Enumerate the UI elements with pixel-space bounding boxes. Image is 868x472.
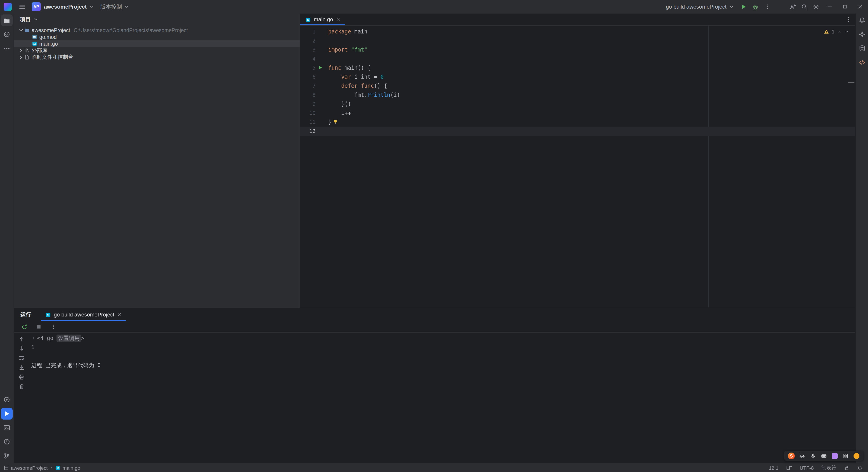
main-menu-button[interactable] (16, 1, 28, 13)
line-number[interactable]: 12 (300, 127, 315, 136)
folded-region[interactable]: 设置调用 (57, 335, 81, 342)
code-line-7[interactable]: 7 defer func() { (300, 82, 855, 90)
debug-button[interactable] (749, 1, 761, 13)
console-rerun-icon[interactable] (20, 322, 29, 331)
project-panel-header[interactable]: 项目 (14, 13, 300, 25)
code-line-8[interactable]: 8 fmt.Println(i) (300, 90, 855, 99)
line-number[interactable]: 5 (300, 63, 315, 72)
line-number[interactable]: 7 (300, 82, 315, 90)
line-number[interactable]: 8 (300, 90, 315, 99)
code-line-10[interactable]: 10 i++ (300, 108, 855, 118)
toolbox-grid-icon[interactable] (841, 451, 850, 460)
line-number[interactable]: 11 (300, 118, 315, 127)
next-problem-icon[interactable] (844, 29, 849, 34)
tool-button-endpoints-icon[interactable] (856, 57, 868, 68)
tool-button-commit-icon[interactable] (1, 29, 13, 40)
code-line-12[interactable]: 12 (300, 127, 855, 136)
console-more-vertical-icon[interactable] (49, 322, 58, 331)
line-number[interactable]: 4 (300, 54, 315, 63)
console-softwrap-icon[interactable] (17, 354, 26, 362)
code-line-6[interactable]: 6 var i int = 0 (300, 72, 855, 82)
tree-item[interactable]: go.mod (14, 33, 300, 40)
window-minimize-button[interactable] (822, 0, 837, 13)
line-number[interactable]: 6 (300, 72, 315, 82)
tab-close-icon[interactable] (336, 17, 340, 22)
indent-widget[interactable]: 制表符 (822, 464, 836, 471)
tool-button-database-icon[interactable] (856, 42, 868, 54)
run-console[interactable]: <4 go 设置调用>1进程 已完成，退出代码为 0 (29, 333, 855, 463)
mic-icon[interactable] (808, 451, 818, 460)
console-up-icon[interactable] (17, 336, 26, 343)
tool-button-problems-icon[interactable] (1, 436, 13, 448)
editor-body[interactable]: 1 1package main23import "fmt"45func main… (300, 26, 855, 308)
project-widget[interactable]: AP awesomeProject (32, 2, 94, 11)
code-line-4[interactable]: 4 (300, 54, 855, 63)
tree-item[interactable]: awesomeProjectC:\Users\meowr\GolandProje… (14, 27, 300, 33)
code-line-2[interactable]: 2 (300, 36, 855, 45)
code-with-me-button[interactable] (786, 1, 798, 13)
code-line-5[interactable]: 5func main() { (300, 63, 855, 72)
lock-icon[interactable] (844, 465, 849, 470)
tool-button-more-horizontal-icon[interactable] (1, 42, 13, 54)
chevron-right-icon[interactable] (18, 55, 24, 60)
settings-button[interactable] (810, 1, 822, 13)
sogou-logo[interactable]: S (786, 451, 796, 460)
tab-close-icon[interactable] (117, 312, 122, 317)
console-print-icon[interactable] (17, 373, 26, 381)
code-line-9[interactable]: 9 }() (300, 99, 855, 108)
search-everywhere-button[interactable] (798, 1, 810, 13)
line-number[interactable]: 10 (300, 108, 315, 118)
fold-chevron-icon[interactable] (31, 336, 36, 340)
code-line-1[interactable]: 1package main (300, 27, 855, 36)
run-tab[interactable]: go build awesomeProject (41, 308, 126, 321)
console-stop-icon[interactable] (34, 322, 43, 331)
caret-position-widget[interactable]: 12:1 (769, 465, 778, 470)
run-config-widget[interactable]: go build awesomeProject (666, 4, 734, 10)
tool-button-project-folder-icon[interactable] (1, 14, 13, 26)
code-line-3[interactable]: 3import "fmt" (300, 45, 855, 54)
tool-button-services-icon[interactable] (1, 394, 13, 406)
line-number[interactable]: 9 (300, 99, 315, 108)
tree-item[interactable]: 临时文件和控制台 (14, 54, 300, 61)
chevron-down-icon (729, 4, 734, 9)
tree-item[interactable]: 外部库 (14, 47, 300, 54)
console-clear-icon[interactable] (17, 383, 26, 390)
hamburger-icon (19, 3, 26, 10)
window-close-button[interactable] (852, 0, 868, 13)
console-down-icon[interactable] (17, 345, 26, 352)
encoding-widget[interactable]: UTF-8 (800, 465, 814, 470)
tree-item[interactable]: main.go (14, 40, 300, 47)
intention-bulb-icon[interactable] (333, 119, 338, 124)
line-separator-widget[interactable]: LF (786, 465, 792, 470)
code-token (328, 83, 341, 89)
emoji-icon[interactable] (852, 451, 861, 460)
notifications-icon[interactable] (857, 465, 863, 470)
chevron-down-icon[interactable] (18, 27, 24, 33)
tool-button-terminal-icon[interactable] (1, 422, 13, 434)
line-number[interactable]: 3 (300, 45, 315, 54)
tool-button-ai-assistant-icon[interactable] (856, 29, 868, 40)
window-maximize-button[interactable] (837, 0, 852, 13)
tool-button-notifications-icon[interactable] (856, 14, 868, 26)
more-actions-button[interactable] (761, 1, 773, 13)
chevron-right-icon[interactable] (18, 48, 24, 53)
console-scroll-end-icon[interactable] (17, 364, 26, 371)
run-button[interactable] (738, 1, 749, 13)
vcs-widget[interactable]: 版本控制 (100, 3, 129, 11)
editor-tab-main-go[interactable]: main.go (300, 13, 345, 25)
line-number[interactable]: 1 (300, 27, 315, 36)
tool-button-git-icon[interactable] (1, 450, 13, 462)
tool-button-run-icon[interactable] (1, 408, 13, 419)
breadcrumb-item[interactable]: awesomeProject (11, 465, 48, 470)
breadcrumb-item[interactable]: main.go (63, 465, 80, 470)
inspections-widget[interactable]: 1 (824, 29, 849, 34)
line-number[interactable]: 2 (300, 36, 315, 45)
keyboard-icon[interactable] (819, 451, 829, 460)
tab-options-icon[interactable] (845, 16, 852, 23)
code-line-11[interactable]: 11} (300, 118, 855, 127)
skin-icon[interactable] (830, 451, 839, 460)
ime-language-toggle[interactable]: 英 (798, 451, 807, 460)
go-file-icon (55, 465, 61, 470)
prev-problem-icon[interactable] (837, 29, 842, 34)
run-gutter-icon[interactable] (318, 65, 323, 70)
